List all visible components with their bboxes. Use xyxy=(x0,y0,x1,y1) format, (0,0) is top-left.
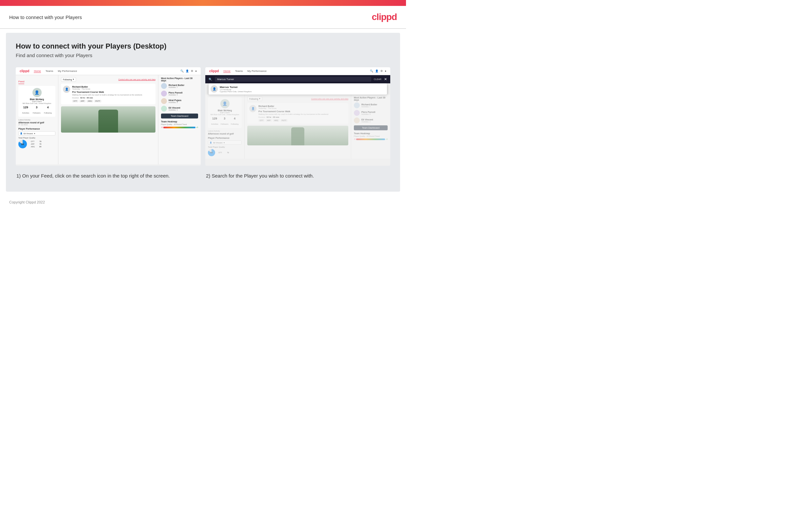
activities-label: Activities xyxy=(22,112,29,114)
pl-info-2-1: Piers Parnell Activities: 4 xyxy=(169,92,182,96)
player-item-2-1: Piers Parnell Activities: 4 xyxy=(161,91,198,96)
app-right-2: Most Active Players - Last 30 days Richa… xyxy=(351,94,390,159)
step-2-desc: 2) Search for the Player you wish to con… xyxy=(205,170,390,180)
hm-bar-fill-1 xyxy=(163,127,195,128)
main-subtitle: Find and connect with your Players xyxy=(16,52,390,58)
following-label-1: Following xyxy=(63,78,72,81)
feed-tab-1[interactable]: Feed xyxy=(18,80,24,84)
pl-name-1-1: Richard Butler xyxy=(169,84,184,86)
nav-myperformance-1[interactable]: My Performance xyxy=(58,70,77,73)
dimmed-app-content: 👤 Blair McHarg Golf Coach Mill Ride Golf… xyxy=(205,94,390,159)
search-input-bar[interactable]: Marcus Turner xyxy=(215,77,371,82)
pl-avatar-1-1 xyxy=(161,83,167,89)
tag-row-1: OTT APP ARG PUTT xyxy=(72,100,153,102)
team-dashboard-btn-2[interactable]: Team Dashboard xyxy=(354,125,388,130)
bar-ott-1: OTT 79 xyxy=(31,140,41,142)
duration-val-1: 02 hr : 00 min xyxy=(80,97,93,99)
activity-card-1: 👤 Richard Butler Yesterday - The Grove P… xyxy=(61,84,155,104)
search-icon-2[interactable]: 🔍 xyxy=(370,70,373,73)
following-row-1: Following ▾ Control who can see your act… xyxy=(61,77,155,82)
header: How to connect with your Players clippd xyxy=(0,6,406,29)
latest-activity-label: Latest Activity xyxy=(18,119,55,121)
act-venue-1: Yesterday - The Grove xyxy=(72,88,153,90)
nav-teams-1[interactable]: Teams xyxy=(46,70,53,73)
profile-club-2: Mill Ride Golf Club, United Kingdom xyxy=(210,114,240,116)
activity-name-1: Afternoon round of golf xyxy=(18,121,55,124)
screenshot-1: clippd Home Teams My Performance 🔍 👤 ⚙ ●… xyxy=(16,67,201,166)
avatar-icon-1: ● xyxy=(195,70,197,73)
player-perf-label-2: Player Performance xyxy=(208,137,242,139)
clear-button[interactable]: CLEAR xyxy=(374,78,381,80)
most-active-title-1: Most Active Players - Last 30 days xyxy=(161,77,198,82)
page-title: How to connect with your Players xyxy=(9,14,82,20)
app-logo-2: clippd xyxy=(209,69,219,73)
settings-icon-1[interactable]: ⚙ xyxy=(191,70,193,73)
nav-home-1[interactable]: Home xyxy=(34,70,41,73)
activity-date-1: 27 Jul 2022 xyxy=(18,124,55,126)
hm-minus-1: -5 xyxy=(161,126,163,128)
bar-app-1: APP 70 xyxy=(31,143,41,145)
app-left-1: Feed 👤 Blair McHarg Golf Coach Mill Ride… xyxy=(16,75,58,164)
duration-label-1: Duration xyxy=(72,97,79,99)
tag-ott-1: OTT xyxy=(72,100,78,102)
activities-num: 129 xyxy=(22,106,29,109)
logo: clippd xyxy=(372,12,397,22)
team-dashboard-btn-1[interactable]: Team Dashboard xyxy=(161,114,198,119)
profile-avatar-2: 👤 xyxy=(221,99,230,108)
app-right-1: Most Active Players - Last 30 days Richa… xyxy=(158,75,201,164)
divider xyxy=(0,29,406,29)
person-icon-2[interactable]: 👤 xyxy=(375,70,378,73)
heatmap-bar-1: -5 +5 xyxy=(161,126,198,128)
pl-acts-2-1: Activities: 4 xyxy=(169,94,182,96)
profile-club-1: Mill Ride Golf Club, United Kingdom xyxy=(20,102,53,104)
bg-image-1 xyxy=(61,106,155,133)
result-name: Marcus Turner xyxy=(220,86,251,89)
app-middle-1: Following ▾ Control who can see your act… xyxy=(58,75,158,164)
nav-teams-2[interactable]: Teams xyxy=(235,70,243,73)
chevron-icon-following-1: ▾ xyxy=(73,78,74,81)
pl-name-3-1: Hiral Pujara xyxy=(169,99,181,101)
act-avatar-1: 👤 xyxy=(63,86,70,93)
player-perf-label-1: Player Performance xyxy=(18,128,55,130)
heatmap-sub-1: Player Quality - 20 Round Trend xyxy=(161,123,198,125)
act-title-1: Pre Tournament Course Walk xyxy=(72,91,153,93)
player-selector-1[interactable]: 👤 Eli Vincent ▾ xyxy=(18,131,55,135)
chevron-down-icon-1: ▾ xyxy=(34,132,35,134)
nav-icons-2: 🔍 👤 ⚙ ● xyxy=(370,70,386,73)
bar-rows-1: OTT 79 APP 70 ARG xyxy=(31,140,41,148)
close-icon[interactable]: ✕ xyxy=(384,77,387,81)
result-avatar: 👤 xyxy=(210,85,218,92)
nav-myperformance-2[interactable]: My Performance xyxy=(247,70,267,73)
pl-avatar-3-1 xyxy=(161,98,167,104)
app-logo-1: clippd xyxy=(20,69,29,73)
act-name-1: Richard Butler xyxy=(72,86,153,88)
nav-home-2[interactable]: Home xyxy=(223,70,230,73)
activities-stat: 129 Activities xyxy=(22,106,29,115)
player-item-1-1: Richard Butler Activities: 7 xyxy=(161,83,198,89)
control-link-1[interactable]: Control who can see your activity and da… xyxy=(118,78,155,80)
nav-icons-1: 🔍 👤 ⚙ ● xyxy=(180,70,197,73)
following-label: Following xyxy=(44,112,51,114)
act-content-1: Richard Butler Yesterday - The Grove Pre… xyxy=(72,86,153,102)
copyright: Copyright Clippd 2022 xyxy=(0,196,406,209)
following-num: 4 xyxy=(44,106,51,109)
pl-info-4-1: Eli Vincent Activities: 1 xyxy=(169,107,180,111)
player-item-4-1: Eli Vincent Activities: 1 xyxy=(161,106,198,112)
search-icon-overlay: 🔍 xyxy=(208,78,212,81)
result-info: Marcus Turner 1.5 Handicap Cypress Point… xyxy=(220,86,251,92)
search-result-dropdown[interactable]: 👤 Marcus Turner 1.5 Handicap Cypress Poi… xyxy=(208,83,387,94)
profile-name-1: Blair McHarg xyxy=(20,98,53,100)
search-icon-1[interactable]: 🔍 xyxy=(180,70,184,73)
pl-acts-1-1: Activities: 7 xyxy=(169,86,184,88)
following-button-1[interactable]: Following ▾ xyxy=(61,77,76,82)
player-selector-name-1: Eli Vincent xyxy=(23,133,33,134)
act-meta-1: Duration 02 hr : 00 min xyxy=(72,97,153,99)
main-title: How to connect with your Players (Deskto… xyxy=(16,42,390,50)
screenshot-2: clippd Home Teams My Performance 🔍 👤 ⚙ ●… xyxy=(205,67,390,166)
followers-num: 3 xyxy=(33,106,41,109)
settings-icon-2[interactable]: ⚙ xyxy=(380,70,383,73)
person-icon-1[interactable]: 👤 xyxy=(186,70,189,73)
profile-name-2: Blair McHarg xyxy=(210,109,240,112)
profile-stats-1: 129 Activities 3 Followers 4 Following xyxy=(20,106,53,115)
tag-putt-1: PUTT xyxy=(94,100,101,102)
